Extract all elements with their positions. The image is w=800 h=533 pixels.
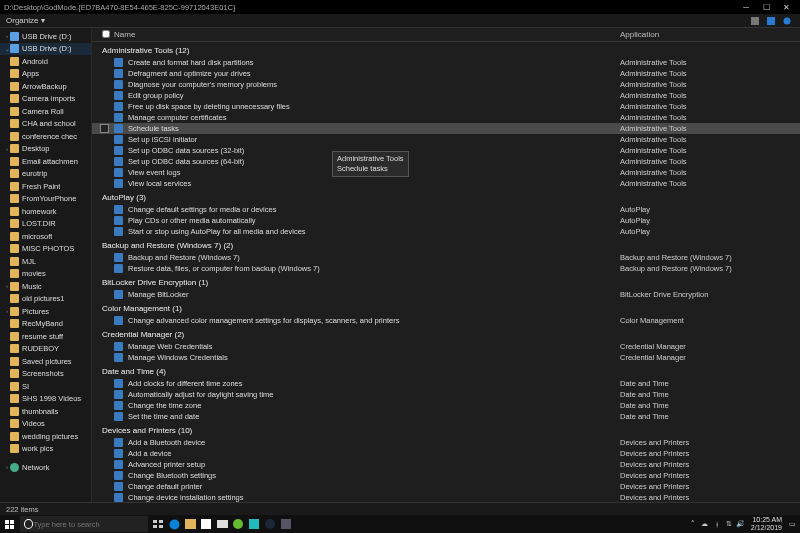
- nav-item[interactable]: ›Music: [0, 280, 91, 293]
- list-item[interactable]: Free up disk space by deleting unnecessa…: [92, 101, 800, 112]
- list-item[interactable]: Backup and Restore (Windows 7)Backup and…: [92, 252, 800, 263]
- nav-item[interactable]: Screenshots: [0, 368, 91, 381]
- view-options-icon[interactable]: [748, 15, 762, 27]
- taskbar-app-edge[interactable]: [166, 515, 182, 533]
- nav-item[interactable]: resume stuff: [0, 330, 91, 343]
- nav-item[interactable]: SI: [0, 380, 91, 393]
- taskbar-search[interactable]: [20, 516, 148, 532]
- list-item[interactable]: Play CDs or other media automaticallyAut…: [92, 215, 800, 226]
- nav-item[interactable]: CHA and school: [0, 118, 91, 131]
- list-item[interactable]: Automatically adjust for daylight saving…: [92, 389, 800, 400]
- nav-item[interactable]: microsoft: [0, 230, 91, 243]
- list-item[interactable]: Change Bluetooth settingsDevices and Pri…: [92, 470, 800, 481]
- task-view-button[interactable]: [150, 515, 166, 533]
- nav-item[interactable]: thumbnails: [0, 405, 91, 418]
- list-item[interactable]: Set the time and dateDate and Time: [92, 411, 800, 422]
- nav-item[interactable]: ⌄USB Drive (D:): [0, 43, 91, 56]
- taskbar-app-steam[interactable]: [262, 515, 278, 533]
- list-item[interactable]: Manage Windows CredentialsCredential Man…: [92, 352, 800, 363]
- list-item[interactable]: Create and format hard disk partitionsAd…: [92, 57, 800, 68]
- column-headers[interactable]: Name Application: [92, 28, 800, 42]
- nav-item[interactable]: ›USB Drive (D:): [0, 30, 91, 43]
- tray-volume-icon[interactable]: 🔊: [735, 515, 747, 533]
- list-item[interactable]: Set up iSCSI initiatorAdministrative Too…: [92, 134, 800, 145]
- list-item[interactable]: Defragment and optimize your drivesAdmin…: [92, 68, 800, 79]
- tray-chevron-icon[interactable]: ˄: [687, 515, 699, 533]
- system-tray[interactable]: ˄ ☁ ᚼ ⇅ 🔊 10:25 AM 2/12/2019 ▭: [687, 515, 800, 533]
- preview-pane-icon[interactable]: [764, 15, 778, 27]
- action-center-icon[interactable]: ▭: [786, 515, 798, 533]
- maximize-button[interactable]: ☐: [756, 0, 776, 14]
- taskbar-clock[interactable]: 10:25 AM 2/12/2019: [747, 516, 786, 531]
- list-item[interactable]: Change default printerDevices and Printe…: [92, 481, 800, 492]
- list-item[interactable]: Change advanced color management setting…: [92, 315, 800, 326]
- close-button[interactable]: ✕: [776, 0, 796, 14]
- list-item[interactable]: Manage BitLockerBitLocker Drive Encrypti…: [92, 289, 800, 300]
- nav-item[interactable]: eurotrip: [0, 168, 91, 181]
- taskbar[interactable]: ˄ ☁ ᚼ ⇅ 🔊 10:25 AM 2/12/2019 ▭: [0, 515, 800, 533]
- nav-item[interactable]: Camera Roll: [0, 105, 91, 118]
- group-header[interactable]: Backup and Restore (Windows 7) (2): [92, 237, 800, 252]
- column-name[interactable]: Name: [114, 30, 620, 39]
- taskbar-app-store[interactable]: [198, 515, 214, 533]
- minimize-button[interactable]: ─: [736, 0, 756, 14]
- list-item[interactable]: Edit group policyAdministrative Tools: [92, 90, 800, 101]
- list-item[interactable]: Schedule tasksAdministrative Tools: [92, 123, 800, 134]
- help-icon[interactable]: [780, 15, 794, 27]
- nav-item[interactable]: Email attachmen: [0, 155, 91, 168]
- nav-item[interactable]: RUDEBOY: [0, 343, 91, 356]
- nav-item[interactable]: LOST.DIR: [0, 218, 91, 231]
- search-input[interactable]: [33, 520, 144, 529]
- nav-item[interactable]: Videos: [0, 418, 91, 431]
- nav-item[interactable]: Fresh Paint: [0, 180, 91, 193]
- list-item[interactable]: View local servicesAdministrative Tools: [92, 178, 800, 189]
- tray-network-icon[interactable]: ⇅: [723, 515, 735, 533]
- taskbar-app-purple[interactable]: [278, 515, 294, 533]
- list-item[interactable]: Set up ODBC data sources (64-bit)Adminis…: [92, 156, 800, 167]
- item-list[interactable]: Administrative Tools (12)Create and form…: [92, 42, 800, 502]
- column-application[interactable]: Application: [620, 30, 800, 39]
- list-item[interactable]: Set up ODBC data sources (32-bit)Adminis…: [92, 145, 800, 156]
- list-item[interactable]: Start or stop using AutoPlay for all med…: [92, 226, 800, 237]
- nav-item[interactable]: ›Desktop: [0, 143, 91, 156]
- nav-item[interactable]: ›Pictures: [0, 305, 91, 318]
- group-header[interactable]: Credential Manager (2): [92, 326, 800, 341]
- group-header[interactable]: BitLocker Drive Encryption (1): [92, 274, 800, 289]
- nav-item[interactable]: ›Network: [0, 461, 91, 474]
- taskbar-app-mail[interactable]: [214, 515, 230, 533]
- nav-item[interactable]: MJL: [0, 255, 91, 268]
- list-item[interactable]: Manage computer certificatesAdministrati…: [92, 112, 800, 123]
- list-item[interactable]: Change device installation settingsDevic…: [92, 492, 800, 502]
- start-button[interactable]: [0, 515, 18, 533]
- list-item[interactable]: Add a Bluetooth deviceDevices and Printe…: [92, 437, 800, 448]
- taskbar-app-explorer[interactable]: [182, 515, 198, 533]
- list-item[interactable]: Change the time zoneDate and Time: [92, 400, 800, 411]
- list-item[interactable]: Change default settings for media or dev…: [92, 204, 800, 215]
- list-item[interactable]: View event logsAdministrative Tools: [92, 167, 800, 178]
- nav-item[interactable]: Apps: [0, 68, 91, 81]
- list-item[interactable]: Add clocks for different time zonesDate …: [92, 378, 800, 389]
- nav-item[interactable]: Android: [0, 55, 91, 68]
- nav-item[interactable]: Saved pictures: [0, 355, 91, 368]
- nav-item[interactable]: MISC PHOTOS: [0, 243, 91, 256]
- select-all-checkbox[interactable]: [102, 30, 110, 38]
- row-checkbox[interactable]: [100, 124, 109, 133]
- taskbar-app-cyan[interactable]: [246, 515, 262, 533]
- tray-onedrive-icon[interactable]: ☁: [699, 515, 711, 533]
- nav-item[interactable]: Camera imports: [0, 93, 91, 106]
- list-item[interactable]: Restore data, files, or computer from ba…: [92, 263, 800, 274]
- nav-item[interactable]: SHS 1998 Videos: [0, 393, 91, 406]
- nav-item[interactable]: work pics: [0, 443, 91, 456]
- group-header[interactable]: AutoPlay (3): [92, 189, 800, 204]
- nav-item[interactable]: homework: [0, 205, 91, 218]
- taskbar-app-green[interactable]: [230, 515, 246, 533]
- group-header[interactable]: Color Management (1): [92, 300, 800, 315]
- list-item[interactable]: Add a deviceDevices and Printers: [92, 448, 800, 459]
- nav-item[interactable]: ArrowBackup: [0, 80, 91, 93]
- list-item[interactable]: Advanced printer setupDevices and Printe…: [92, 459, 800, 470]
- group-header[interactable]: Devices and Printers (10): [92, 422, 800, 437]
- list-item[interactable]: Diagnose your computer's memory problems…: [92, 79, 800, 90]
- tray-bluetooth-icon[interactable]: ᚼ: [711, 515, 723, 533]
- nav-item[interactable]: RecMyBand: [0, 318, 91, 331]
- nav-item[interactable]: conference chec: [0, 130, 91, 143]
